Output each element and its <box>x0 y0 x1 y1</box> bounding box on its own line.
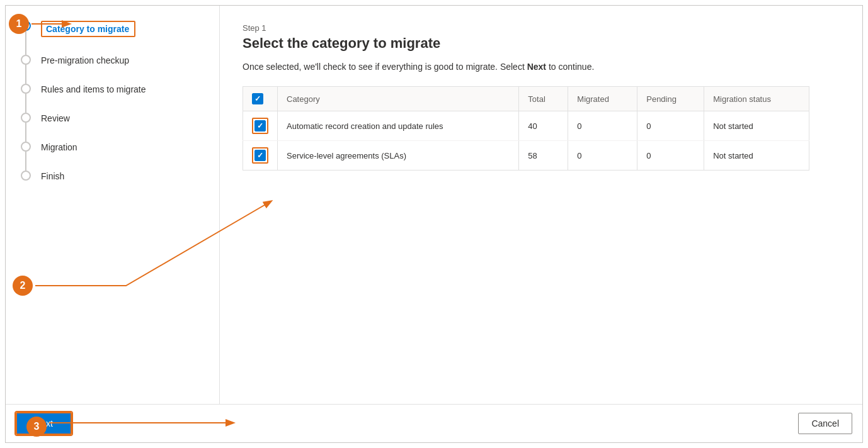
step-circle-5 <box>21 142 31 152</box>
description-text-2: to continue. <box>546 62 594 72</box>
row1-total: 40 <box>519 111 568 141</box>
step-item-migration: Migration <box>18 142 207 171</box>
step-label-3: Rules and items to migrate <box>41 84 146 95</box>
step-circle-6 <box>21 171 31 181</box>
step1-highlight-box: Category to migrate <box>41 21 135 37</box>
step-circle-2 <box>21 55 31 65</box>
step-label-2: Pre-migration checkup <box>41 55 129 66</box>
stepper: Category to migrate Pre-migration <box>18 21 207 182</box>
footer: Next Cancel <box>6 404 862 442</box>
description-text-1: Once selected, we'll check to see if eve… <box>243 62 527 72</box>
step-left-4 <box>18 113 33 142</box>
main-frame: Category to migrate Pre-migration <box>5 5 863 443</box>
step-line-3 <box>25 94 26 113</box>
row2-checkbox[interactable]: ✓ <box>254 150 266 161</box>
step-item-rules: Rules and items to migrate <box>18 84 207 113</box>
step-right-5: Migration <box>33 142 77 171</box>
row2-category: Service-level agreements (SLAs) <box>278 141 519 171</box>
row1-migrated: 0 <box>568 111 637 141</box>
row1-checkbox-cell: ✓ <box>243 111 278 141</box>
step-right-1: Category to migrate <box>33 21 135 55</box>
step-label-4: Review <box>41 113 70 124</box>
step-left-6 <box>18 171 33 182</box>
check-icon: ✓ <box>254 95 261 103</box>
step-item-finish: Finish <box>18 171 207 182</box>
row2-pending: 0 <box>637 141 704 171</box>
row1-checkbox[interactable]: ✓ <box>254 120 266 132</box>
annotation-badge-1: 1 <box>9 14 29 34</box>
step-description: Once selected, we'll check to see if eve… <box>243 60 840 74</box>
step-left-3 <box>18 84 33 113</box>
cancel-button[interactable]: Cancel <box>798 413 852 434</box>
table-row: ✓ Automatic record creation and update r… <box>243 111 809 141</box>
step-line-1 <box>25 31 26 55</box>
row2-migrated: 0 <box>568 141 637 171</box>
step-circle-4 <box>21 113 31 123</box>
step-circle-3 <box>21 84 31 94</box>
annotation-badge-3: 3 <box>26 417 47 437</box>
step-line-5 <box>25 152 26 171</box>
row1-status: Not started <box>704 111 809 141</box>
step-right-6: Finish <box>33 171 64 182</box>
header-category: Category <box>278 87 519 111</box>
page-wrapper: 1 2 3 <box>0 0 868 448</box>
row2-checkboxes-highlight: ✓ <box>252 147 268 164</box>
step-line-4 <box>25 123 26 142</box>
row1-category: Automatic record creation and update rul… <box>278 111 519 141</box>
row-checkboxes-highlight: ✓ <box>252 118 268 134</box>
header-pending: Pending <box>637 87 704 111</box>
step-number: Step 1 <box>243 23 840 33</box>
step-item-review: Review <box>18 113 207 142</box>
row2-status: Not started <box>704 141 809 171</box>
row2-checkbox-cell: ✓ <box>243 141 278 171</box>
table-header-row: ✓ Category Total Migrated Pending Migrat… <box>243 87 809 111</box>
step-item-premigration: Pre-migration checkup <box>18 55 207 84</box>
annotation-badge-2: 2 <box>13 276 33 296</box>
step-left-5 <box>18 142 33 171</box>
step-right-3: Rules and items to migrate <box>33 84 146 113</box>
step-right-4: Review <box>33 113 70 142</box>
table-row: ✓ Service-level agreements (SLAs) 58 0 0… <box>243 141 809 171</box>
header-checkbox-cell: ✓ <box>243 87 278 111</box>
step-line-2 <box>25 65 26 84</box>
check-icon: ✓ <box>257 152 263 159</box>
migration-table: ✓ Category Total Migrated Pending Migrat… <box>243 86 809 171</box>
step-label-6: Finish <box>41 171 64 182</box>
description-bold: Next <box>527 62 546 72</box>
app-layout: Category to migrate Pre-migration <box>0 0 868 448</box>
select-all-checkbox[interactable]: ✓ <box>252 93 263 104</box>
header-migration-status: Migration status <box>704 87 809 111</box>
header-total: Total <box>519 87 568 111</box>
page-title: Select the category to migrate <box>243 35 840 52</box>
header-migrated: Migrated <box>568 87 637 111</box>
main-content: Step 1 Select the category to migrate On… <box>220 6 862 404</box>
step-right-2: Pre-migration checkup <box>33 55 129 84</box>
check-icon: ✓ <box>257 122 263 130</box>
step-item-category: Category to migrate <box>18 21 207 55</box>
row2-total: 58 <box>519 141 568 171</box>
body: Category to migrate Pre-migration <box>6 6 862 404</box>
step-label-5: Migration <box>41 142 77 153</box>
sidebar: Category to migrate Pre-migration <box>6 6 220 404</box>
row1-pending: 0 <box>637 111 704 141</box>
step-label-1: Category to migrate <box>46 23 129 35</box>
step-left-2 <box>18 55 33 84</box>
